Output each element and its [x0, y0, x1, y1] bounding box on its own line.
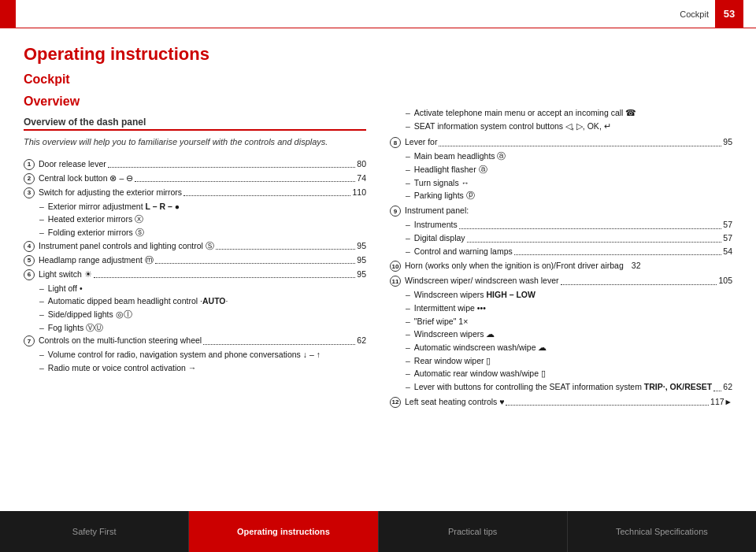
sub-item-label: Radio mute or voice control activation →: [48, 362, 197, 374]
item-page: 117►: [710, 396, 732, 408]
sub-item-label: Light off •: [48, 283, 83, 295]
sub-list-item: – Automatic dipped beam headlight contro…: [39, 295, 366, 307]
sub-item-label: Digital display: [414, 232, 465, 244]
dots: [467, 242, 722, 243]
dash: –: [406, 316, 410, 328]
sub-list-item: – Intermittent wipe •••: [406, 302, 732, 314]
dots: [561, 284, 717, 285]
dash: –: [39, 201, 44, 213]
right-column: – Activate telephone main menu or accept…: [390, 44, 732, 503]
dash: –: [406, 190, 410, 202]
sub-list-item: – Radio mute or voice control activation…: [39, 362, 366, 374]
list-item: 4 Instrument panel controls and lighting…: [24, 240, 366, 252]
sub-list-item: – Heated exterior mirrors ⓧ: [39, 213, 366, 225]
item-number: 12: [390, 397, 401, 408]
item-number: 5: [24, 255, 35, 266]
item-page: 62: [357, 335, 366, 346]
dots: [155, 263, 355, 264]
sub-item-label: Main beam headlights ⓐ: [414, 150, 506, 162]
sub-list-item: – Activate telephone main menu or accept…: [406, 107, 732, 119]
footer-section-operating[interactable]: Operating instructions: [189, 511, 378, 552]
sub-item-label: Activate telephone main menu or accept a…: [414, 107, 636, 119]
sub-item-label: Folding exterior mirrors ⓢ: [48, 227, 144, 239]
sub-item-page: 62: [723, 381, 732, 393]
sub-item-label: Automatic rear window wash/wipe ▯: [414, 368, 546, 380]
item-label: Switch for adjusting the exterior mirror…: [39, 187, 182, 198]
item-number: 7: [24, 335, 35, 346]
section-title: Cockpit: [24, 72, 366, 87]
sub-list-item: – Folding exterior mirrors ⓢ: [39, 227, 366, 239]
item-number: 9: [390, 206, 401, 217]
list-item: 6 Light switch ☀ 95: [24, 269, 366, 280]
dash: –: [39, 283, 44, 295]
sub-section-title: Overview: [24, 94, 366, 109]
dots: [439, 146, 721, 146]
dash: –: [406, 328, 410, 340]
item-label: Windscreen wiper/ windscreen wash lever: [405, 275, 559, 287]
sub-item-label: Exterior mirror adjustment L – R – ●: [48, 201, 180, 213]
dots: [514, 254, 722, 255]
item-page: 80: [357, 158, 366, 170]
sub-list-item: – Windscreen wipers ☁: [406, 328, 732, 340]
item-page: 105: [718, 275, 732, 287]
sub-item-label: Lever with buttons for controlling the S…: [414, 381, 712, 393]
dash: –: [406, 232, 410, 244]
sub-item-label: Fog lights ⓋⓊ: [48, 322, 103, 334]
footer-label: Safety First: [72, 527, 117, 536]
item-label: Light switch ☀: [39, 269, 92, 280]
sub-item-label: Parking lights ⓟ: [414, 190, 475, 202]
item-label: Door release lever: [39, 158, 106, 170]
sub-list-item: – Windscreen wipers HIGH – LOW: [406, 289, 732, 301]
item-label: Left seat heating controls ♥: [405, 396, 504, 408]
item-number: 11: [390, 276, 401, 287]
dots: [94, 277, 356, 278]
chapter-label: Cockpit: [680, 9, 709, 19]
dash: –: [39, 295, 44, 307]
item-label: Lever for: [405, 136, 437, 148]
item-number: 1: [24, 159, 35, 170]
dash: –: [406, 150, 410, 162]
sub-list-item: – Fog lights ⓋⓊ: [39, 322, 366, 334]
sub-item-label: Windscreen wipers HIGH – LOW: [414, 289, 536, 301]
sub-item-page: 57: [723, 219, 732, 231]
list-item: 10 Horn (works only when the ignition is…: [390, 260, 732, 272]
list-item: 5 Headlamp range adjustment ⓜ 95: [24, 254, 366, 266]
list-item: 3 Switch for adjusting the exterior mirr…: [24, 187, 366, 198]
dash: –: [39, 349, 44, 361]
item-number: 2: [24, 173, 35, 184]
dash: –: [39, 227, 44, 239]
footer-section-technical[interactable]: Technical Specifications: [568, 511, 756, 552]
dash: –: [39, 322, 44, 334]
item-label: Central lock button ⊗ – ⊖: [39, 172, 133, 184]
spacer: [625, 260, 630, 272]
list-item: 9 Instrument panel:: [390, 205, 732, 217]
sub-item-label: Side/dipped lights ◎ⓛ: [48, 309, 132, 320]
item-number: 8: [390, 137, 401, 148]
sub-item-label: "Brief wipe" 1×: [414, 316, 468, 328]
footer-label: Practical tips: [448, 527, 497, 536]
dots: [216, 249, 355, 250]
item-page: 110: [352, 187, 366, 198]
dash: –: [406, 342, 410, 354]
sub-list-item: – Automatic rear window wash/wipe ▯: [406, 368, 732, 380]
dash: –: [406, 289, 410, 301]
footer-label: Operating instructions: [237, 527, 330, 536]
list-item: 2 Central lock button ⊗ – ⊖ 74: [24, 172, 366, 184]
sub-list-item: – Exterior mirror adjustment L – R – ●: [39, 201, 366, 213]
sub-list-item: – Lever with buttons for controlling the…: [406, 381, 732, 393]
sub-item-label: Automatic windscreen wash/wipe ☁: [414, 342, 547, 354]
dash: –: [39, 213, 44, 225]
footer-section-safety[interactable]: Safety First: [0, 511, 189, 552]
sub-list-item: – Automatic windscreen wash/wipe ☁: [406, 342, 732, 354]
sub-item-label: Intermittent wipe •••: [414, 302, 486, 314]
sub-item-label: Automatic dipped beam headlight control …: [48, 295, 228, 307]
list-item: 11 Windscreen wiper/ windscreen wash lev…: [390, 275, 732, 287]
dots: [108, 167, 356, 168]
item-number: 4: [24, 241, 35, 252]
sub-list-item: – Headlight flasher ⓐ: [406, 164, 732, 176]
dash: –: [406, 120, 410, 132]
item-page: 95: [357, 254, 366, 266]
main-content: Operating instructions Cockpit Overview …: [0, 28, 756, 511]
footer-section-practical[interactable]: Practical tips: [379, 511, 568, 552]
sub-list-item: – Light off •: [39, 283, 366, 295]
